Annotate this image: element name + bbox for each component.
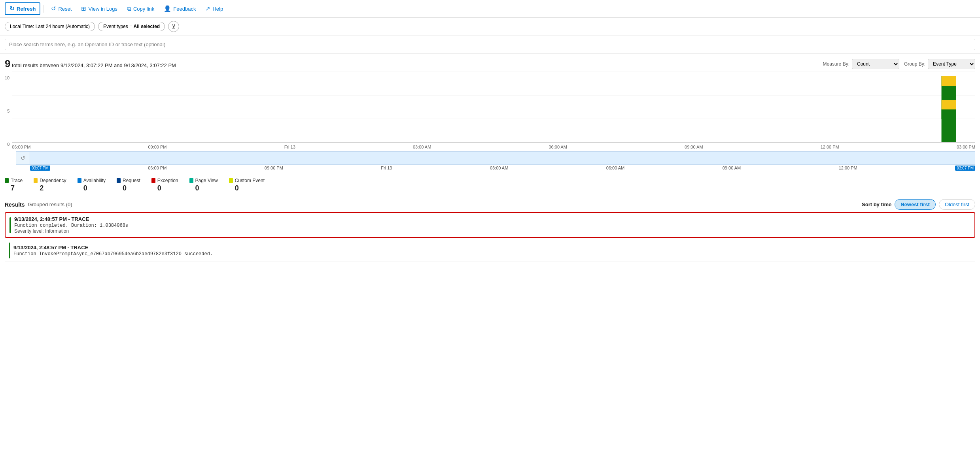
help-button[interactable]: ↗ Help (201, 3, 227, 14)
results-list: 9/13/2024, 2:48:57 PM - TRACE Function c… (0, 212, 980, 262)
chart-area: 10 5 0 06:00 PM 09:00 PM (0, 72, 980, 171)
legend-item-availability[interactable]: Availability 0 (78, 178, 106, 192)
measure-by-group: Measure By: Count (823, 59, 899, 69)
legend-label: Dependency (34, 178, 66, 183)
group-by-group: Group By: Event Type (904, 59, 975, 69)
results-header-left: Results Grouped results (0) (5, 201, 72, 208)
x-label-7: 12:00 PM (821, 145, 839, 149)
legend-row: Trace 7 Dependency 2 Availability 0 Requ… (0, 172, 980, 195)
legend-color-dot (117, 178, 121, 183)
search-input[interactable] (5, 39, 975, 50)
svg-rect-4 (942, 76, 956, 86)
event-types-filter[interactable]: Event types = All selected (98, 22, 165, 31)
event-types-value: All selected (133, 24, 160, 29)
filter-options-button[interactable]: ⊻ (168, 21, 179, 32)
timeline-x-5: 06:00 AM (606, 166, 624, 171)
legend-item-page view[interactable]: Page View 0 (189, 178, 218, 192)
y-axis: 10 5 0 (5, 75, 12, 147)
legend-color-dot (34, 178, 38, 183)
total-count: 9 (5, 58, 10, 70)
legend-count: 0 (151, 184, 178, 192)
timeline-inner[interactable] (30, 151, 975, 165)
measure-by-select[interactable]: Count (852, 59, 899, 69)
newest-first-button[interactable]: Newest first (895, 199, 936, 210)
time-range-label: Local Time: Last 24 hours (Automatic) (10, 24, 90, 29)
legend-count: 0 (189, 184, 218, 192)
legend-count: 0 (117, 184, 140, 192)
x-label-2: 09:00 PM (148, 145, 166, 149)
summary-section: 9 total results between 9/12/2024, 3:07:… (0, 54, 980, 72)
time-range-filter[interactable]: Local Time: Last 24 hours (Automatic) (5, 22, 95, 31)
result-item-header: 9/13/2024, 2:48:57 PM - TRACE Function I… (9, 243, 971, 258)
legend-count: 7 (5, 184, 23, 192)
legend-item-trace[interactable]: Trace 7 (5, 178, 23, 192)
legend-item-request[interactable]: Request 0 (117, 178, 140, 192)
legend-color-dot (229, 178, 233, 183)
results-header: Results Grouped results (0) Sort by time… (0, 195, 980, 212)
help-label: Help (212, 6, 223, 12)
summary-left: 9 total results between 9/12/2024, 3:07:… (5, 58, 176, 70)
chart-svg (12, 72, 975, 143)
event-types-prefix: Event types = (103, 24, 133, 29)
result-item-item2[interactable]: 9/13/2024, 2:48:57 PM - TRACE Function I… (5, 239, 975, 262)
result-timestamp: 9/13/2024, 2:48:57 PM - TRACE (13, 245, 971, 250)
timeline-x-6: 09:00 AM (723, 166, 741, 171)
filter-bar: Local Time: Last 24 hours (Automatic) Ev… (0, 18, 980, 36)
toolbar-divider-1 (44, 5, 44, 13)
legend-color-dot (78, 178, 81, 183)
legend-label: Page View (189, 178, 218, 183)
copy-link-button[interactable]: ⧉ Copy link (123, 3, 158, 14)
copy-link-label: Copy link (133, 6, 154, 12)
grouped-label: Grouped results (0) (28, 201, 72, 207)
feedback-button[interactable]: 👤 Feedback (160, 3, 200, 14)
legend-item-custom event[interactable]: Custom Event 0 (229, 178, 265, 192)
x-label-1: 06:00 PM (12, 145, 30, 149)
refresh-icon: ↻ (9, 5, 15, 12)
legend-name: Exception (157, 178, 178, 183)
svg-rect-6 (942, 100, 956, 109)
y-label-10: 10 (5, 75, 9, 80)
timeline-axis: 03:07 PM 06:00 PM 09:00 PM Fri 13 03:00 … (30, 166, 975, 171)
timeline-x-1: 06:00 PM (148, 166, 166, 171)
timeline-x-4: 03:00 AM (490, 166, 508, 171)
chart-canvas[interactable]: 06:00 PM 09:00 PM Fri 13 03:00 AM 06:00 … (12, 72, 975, 151)
reset-label: Reset (58, 6, 72, 12)
refresh-button[interactable]: ↻ Refresh (5, 2, 40, 15)
legend-item-dependency[interactable]: Dependency 2 (34, 178, 66, 192)
timeline-icon: ↺ (16, 151, 30, 165)
result-content: 9/13/2024, 2:48:57 PM - TRACE Function I… (13, 245, 971, 257)
x-axis: 06:00 PM 09:00 PM Fri 13 03:00 AM 06:00 … (12, 145, 975, 149)
result-content: 9/13/2024, 2:48:57 PM - TRACE Function c… (14, 216, 971, 234)
legend-color-dot (151, 178, 155, 183)
feedback-label: Feedback (173, 6, 196, 12)
logs-icon: ⊞ (81, 5, 86, 12)
summary-description: total results between 9/12/2024, 3:07:22… (12, 62, 176, 68)
legend-name: Custom Event (235, 178, 265, 183)
search-bar (0, 36, 980, 54)
oldest-first-button[interactable]: Oldest first (939, 199, 975, 210)
timeline-x-7: 12:00 PM (839, 166, 857, 171)
view-in-logs-button[interactable]: ⊞ View in Logs (77, 3, 121, 14)
result-item-header: 9/13/2024, 2:48:57 PM - TRACE Function c… (9, 216, 971, 234)
legend-count: 2 (34, 184, 66, 192)
reset-button[interactable]: ↺ Reset (47, 3, 76, 14)
legend-label: Request (117, 178, 140, 183)
help-icon: ↗ (205, 5, 210, 12)
summary-right: Measure By: Count Group By: Event Type (823, 59, 975, 69)
legend-item-exception[interactable]: Exception 0 (151, 178, 178, 192)
feedback-icon: 👤 (164, 5, 171, 12)
group-by-select[interactable]: Event Type (928, 59, 975, 69)
refresh-label: Refresh (17, 6, 36, 12)
timeline-start-label: 03:07 PM (30, 166, 50, 171)
y-label-5: 5 (7, 109, 9, 113)
y-label-0: 0 (7, 142, 9, 147)
x-label-5: 06:00 AM (549, 145, 567, 149)
result-item-item1[interactable]: 9/13/2024, 2:48:57 PM - TRACE Function c… (5, 212, 975, 238)
x-label-3: Fri 13 (284, 145, 295, 149)
legend-label: Exception (151, 178, 178, 183)
legend-color-dot (5, 178, 9, 183)
legend-name: Page View (195, 178, 218, 183)
legend-name: Availability (83, 178, 106, 183)
view-in-logs-label: View in Logs (88, 6, 117, 12)
svg-rect-5 (942, 109, 956, 143)
